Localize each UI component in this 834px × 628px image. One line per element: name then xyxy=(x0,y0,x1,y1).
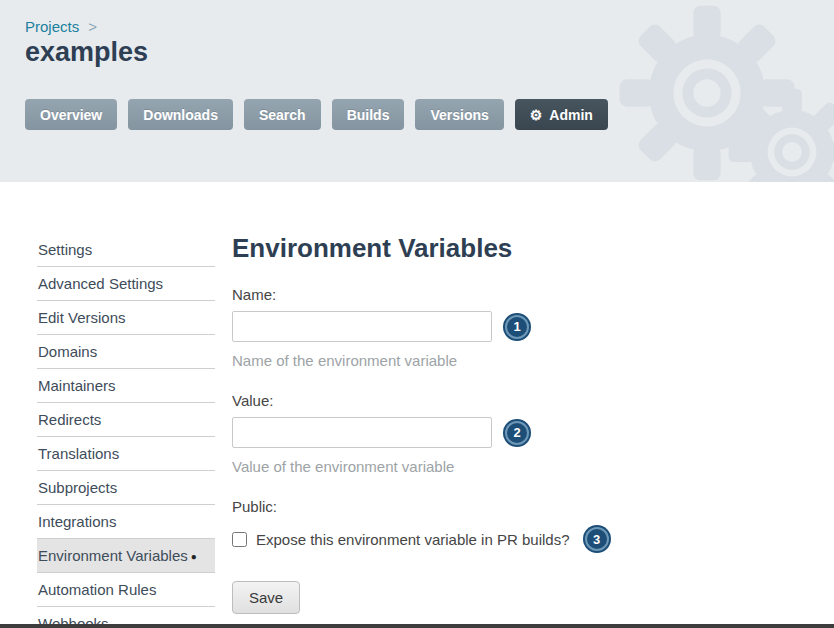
project-header: Projects > examples Overview Downloads S… xyxy=(0,0,834,182)
name-label: Name: xyxy=(232,286,807,303)
name-help-text: Name of the environment variable xyxy=(232,352,807,369)
active-item-marker: ● xyxy=(191,551,197,562)
admin-sidebar: Settings Advanced Settings Edit Versions… xyxy=(37,233,215,628)
sidebar-item-integrations[interactable]: Integrations xyxy=(37,505,215,539)
breadcrumb-projects-link[interactable]: Projects xyxy=(25,18,79,35)
sidebar-item-edit-versions[interactable]: Edit Versions xyxy=(37,301,215,335)
sidebar-item-domains[interactable]: Domains xyxy=(37,335,215,369)
gear-icon: ⚙ xyxy=(530,108,543,122)
sidebar-item-maintainers[interactable]: Maintainers xyxy=(37,369,215,403)
public-checkbox-label[interactable]: Expose this environment variable in PR b… xyxy=(256,531,570,548)
sidebar-item-subprojects[interactable]: Subprojects xyxy=(37,471,215,505)
sidebar-item-environment-variables[interactable]: Environment Variables● xyxy=(37,539,215,573)
tab-downloads[interactable]: Downloads xyxy=(128,99,233,130)
gear-decoration-icon xyxy=(726,86,834,182)
value-label: Value: xyxy=(232,392,807,409)
sidebar-item-redirects[interactable]: Redirects xyxy=(37,403,215,437)
annotation-badge-1: 1 xyxy=(505,315,529,339)
sidebar-item-automation-rules[interactable]: Automation Rules xyxy=(37,573,215,607)
annotation-badge-2: 2 xyxy=(505,421,529,445)
tab-admin[interactable]: ⚙ Admin xyxy=(515,99,608,130)
tab-builds[interactable]: Builds xyxy=(332,99,405,130)
breadcrumb-separator: > xyxy=(88,18,97,35)
sidebar-item-advanced-settings[interactable]: Advanced Settings xyxy=(37,267,215,301)
sidebar-item-translations[interactable]: Translations xyxy=(37,437,215,471)
tab-admin-label: Admin xyxy=(549,107,593,123)
value-help-text: Value of the environment variable xyxy=(232,458,807,475)
breadcrumb: Projects > xyxy=(25,18,97,35)
public-checkbox[interactable] xyxy=(232,532,247,547)
name-input[interactable] xyxy=(232,311,492,342)
public-label: Public: xyxy=(232,498,807,515)
section-title: Environment Variables xyxy=(232,233,807,264)
page-title-project: examples xyxy=(25,37,148,68)
tab-overview[interactable]: Overview xyxy=(25,99,117,130)
project-nav: Overview Downloads Search Builds Version… xyxy=(25,99,608,130)
annotation-badge-3: 3 xyxy=(585,527,609,551)
value-input[interactable] xyxy=(232,417,492,448)
sidebar-item-settings[interactable]: Settings xyxy=(37,233,215,267)
tab-versions[interactable]: Versions xyxy=(415,99,503,130)
tab-search[interactable]: Search xyxy=(244,99,321,130)
footer-edge xyxy=(0,624,834,628)
save-button[interactable]: Save xyxy=(232,581,300,614)
environment-variables-form: Environment Variables Name: 1 Name of th… xyxy=(232,233,807,614)
